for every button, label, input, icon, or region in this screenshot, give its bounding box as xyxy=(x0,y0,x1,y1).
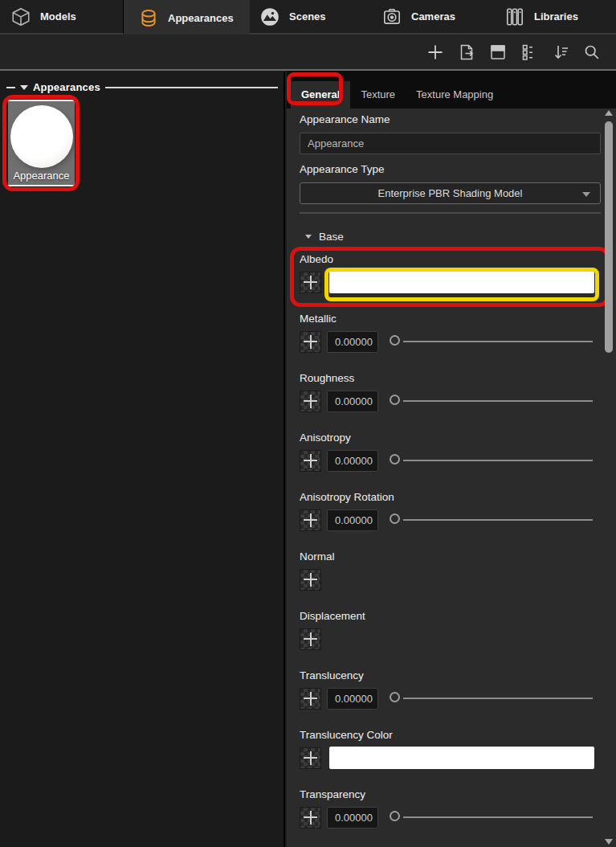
add-icon xyxy=(426,43,445,62)
param-roughness: Roughness xyxy=(300,372,601,412)
appearance-type-dropdown[interactable]: Enterprise PBR Shading Model xyxy=(300,182,601,204)
anisotropy-value-input[interactable] xyxy=(327,450,378,472)
library-icon xyxy=(504,6,525,27)
add-texture-button[interactable] xyxy=(300,272,321,293)
translucency-slider[interactable] xyxy=(389,687,601,710)
slider-track xyxy=(403,460,593,461)
slider-handle[interactable] xyxy=(390,514,400,524)
tab-label: Scenes xyxy=(289,10,326,23)
param-albedo: Albedo xyxy=(300,253,601,293)
param-row xyxy=(300,806,601,829)
tab-label: Libraries xyxy=(534,10,578,23)
section-divider xyxy=(300,212,601,214)
tab-texture-mapping[interactable]: Texture Mapping xyxy=(406,81,504,108)
param-row xyxy=(300,509,601,531)
tab-appearances[interactable]: Appearances xyxy=(124,0,250,36)
plus-icon xyxy=(300,808,320,828)
scene-photo-icon xyxy=(259,6,280,27)
slider-handle[interactable] xyxy=(390,335,400,346)
appearance-type-value: Enterprise PBR Shading Model xyxy=(378,187,523,199)
anisotropy-slider[interactable] xyxy=(389,449,601,472)
detail-list-view-button[interactable] xyxy=(520,43,539,62)
roughness-value-input[interactable] xyxy=(327,391,378,412)
plus-icon xyxy=(300,510,320,530)
slider-track xyxy=(403,698,593,699)
appearance-name-label: Appearance Name xyxy=(300,113,601,126)
header-rule xyxy=(105,87,278,88)
param-label: Anisotropy xyxy=(300,432,601,444)
sort-button[interactable] xyxy=(551,43,570,62)
param-row xyxy=(300,330,601,353)
anisotropy-rotation-slider[interactable] xyxy=(389,509,601,531)
roughness-slider[interactable] xyxy=(389,390,601,412)
add-texture-button[interactable] xyxy=(300,569,321,591)
metallic-value-input[interactable] xyxy=(327,331,378,353)
appearance-type-label: Appearance Type xyxy=(300,163,601,176)
slider-handle[interactable] xyxy=(390,454,400,464)
appearances-toolbar xyxy=(0,35,616,71)
search-icon xyxy=(582,43,602,62)
tab-libraries[interactable]: Libraries xyxy=(498,0,616,35)
plus-icon xyxy=(300,272,320,293)
search-button[interactable] xyxy=(582,43,602,62)
export-button[interactable] xyxy=(457,43,476,62)
add-texture-button[interactable] xyxy=(300,628,321,650)
slider-handle[interactable] xyxy=(390,395,400,405)
plus-icon xyxy=(300,332,320,352)
param-label: Metallic xyxy=(300,313,601,325)
appearance-properties-panel: General Texture Texture Mapping Appearan… xyxy=(287,72,616,847)
split-view-icon xyxy=(488,43,508,62)
sort-descending-icon xyxy=(551,43,570,62)
param-row xyxy=(300,747,601,769)
albedo-color-swatch[interactable] xyxy=(329,271,594,293)
add-texture-button[interactable] xyxy=(300,509,321,531)
param-label: Translucency xyxy=(300,669,601,682)
param-label: Normal xyxy=(300,550,601,563)
translucency-color-color-swatch[interactable] xyxy=(329,747,594,769)
scrollbar-thumb[interactable] xyxy=(605,121,613,353)
scrollbar-down-arrow-icon[interactable] xyxy=(605,839,613,845)
add-texture-button[interactable] xyxy=(300,450,321,472)
tab-scenes[interactable]: Scenes xyxy=(250,0,373,35)
slider-handle[interactable] xyxy=(390,811,400,821)
appearances-list-panel: Appearances Appearance xyxy=(0,72,285,847)
tab-label: Models xyxy=(40,10,76,23)
group-title: Appearances xyxy=(33,81,100,93)
add-texture-button[interactable] xyxy=(300,331,321,353)
chevron-down-icon xyxy=(582,192,590,197)
tab-cameras[interactable]: Cameras xyxy=(373,0,498,35)
tab-models[interactable]: Models xyxy=(0,0,124,35)
param-row xyxy=(300,628,601,650)
transparency-value-input[interactable] xyxy=(327,807,378,829)
add-texture-button[interactable] xyxy=(300,688,321,710)
transparency-slider[interactable] xyxy=(389,806,601,829)
base-section-header[interactable]: Base xyxy=(300,230,601,243)
tab-general[interactable]: General xyxy=(291,81,350,108)
plus-icon xyxy=(300,451,320,471)
scrollbar-up-arrow-icon[interactable] xyxy=(605,110,613,116)
appearance-thumbnail-label: Appearance xyxy=(13,170,69,182)
split-view-button[interactable] xyxy=(488,43,508,62)
param-row xyxy=(300,687,601,710)
translucency-value-input[interactable] xyxy=(327,688,378,710)
add-button[interactable] xyxy=(426,43,445,62)
add-texture-button[interactable] xyxy=(300,747,321,769)
anisotropy-rotation-value-input[interactable] xyxy=(327,509,378,531)
param-row xyxy=(300,568,601,591)
param-anisotropy-rotation: Anisotropy Rotation xyxy=(300,491,601,531)
metallic-slider[interactable] xyxy=(389,330,601,353)
add-texture-button[interactable] xyxy=(300,807,321,829)
appearance-thumbnail[interactable]: Appearance xyxy=(8,100,75,186)
slider-handle[interactable] xyxy=(390,692,400,702)
application-window: Models Appearances Scenes xyxy=(0,0,616,847)
add-texture-button[interactable] xyxy=(300,391,321,412)
appearance-name-input[interactable] xyxy=(300,133,601,154)
base-section-title: Base xyxy=(319,231,344,243)
appearances-group-header[interactable]: Appearances xyxy=(6,81,278,93)
param-transparency: Transparency xyxy=(300,788,601,829)
param-normal: Normal xyxy=(300,550,601,591)
param-row xyxy=(300,449,601,472)
general-tab-content: Appearance Name Appearance Type Enterpri… xyxy=(287,108,616,847)
camera-icon xyxy=(381,6,402,27)
tab-texture[interactable]: Texture xyxy=(350,81,406,108)
